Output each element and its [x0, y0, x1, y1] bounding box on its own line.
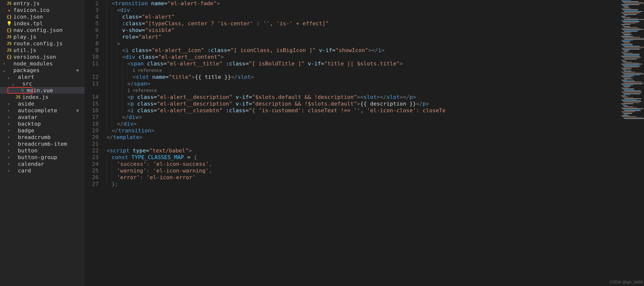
minimap-line [622, 61, 626, 62]
minimap-line [624, 67, 638, 67]
file-item[interactable]: ★favicon.ico [0, 7, 85, 13]
file-item[interactable]: Vmain.vue [0, 87, 85, 94]
chevron-right-icon[interactable]: › [6, 155, 11, 160]
file-item[interactable]: JSindex.js [0, 94, 85, 100]
chevron-right-icon[interactable]: › [6, 135, 11, 140]
tree-item-label: play.js [14, 34, 36, 40]
indent-guides [106, 161, 117, 167]
chevron-right-icon[interactable]: › [6, 168, 11, 173]
minimap-line [621, 80, 627, 80]
codelens-reference[interactable]: 1 reference [106, 87, 620, 94]
code-text: </div> [122, 114, 142, 120]
file-item[interactable]: {}icon.json [0, 13, 85, 20]
minimap-line [621, 0, 631, 1]
indent-guides [106, 174, 117, 181]
line-number: 19 [85, 127, 98, 134]
minimap-line [623, 101, 642, 102]
minimap-line [622, 92, 642, 93]
folder-item[interactable]: ›card [0, 167, 85, 174]
minimap-line [623, 34, 632, 35]
code-content[interactable]: <transition name="el-alert-fade"><divcla… [104, 0, 620, 286]
line-number: 16 [85, 107, 98, 114]
line-number: 18 [85, 120, 98, 127]
folder-item[interactable]: ›node_modules [0, 60, 85, 67]
folder-item[interactable]: ›breadcrumb [0, 134, 85, 141]
code-line: <span class="el-alert__title" :class="[ … [106, 60, 620, 67]
chevron-right-icon[interactable]: › [6, 128, 11, 133]
chevron-right-icon[interactable]: › [6, 162, 11, 166]
chevron-right-icon[interactable]: › [6, 121, 11, 126]
minimap-line [624, 47, 644, 48]
folder-item[interactable]: ›button [0, 147, 85, 154]
chevron-down-icon[interactable]: ⌄ [2, 68, 6, 73]
chevron-down-icon[interactable]: ⌄ [11, 81, 15, 86]
chevron-right-icon[interactable]: › [2, 61, 6, 66]
minimap-line [622, 89, 634, 89]
watermark: CSDN @jgh_0484 [610, 279, 642, 285]
code-editor[interactable]: 2345678910111213141516171819202122232425… [85, 0, 644, 286]
folder-item[interactable]: ›autocomplete [0, 107, 85, 114]
code-text: 'warning': 'el-icon-warning', [117, 167, 212, 174]
folder-item[interactable]: ›aside [0, 100, 85, 107]
minimap[interactable] [620, 0, 644, 286]
minimap-line [621, 36, 633, 37]
tree-item-label: icon.json [14, 14, 43, 20]
folder-item[interactable]: ›breadcrumb-item [0, 141, 85, 147]
chevron-right-icon[interactable]: › [6, 142, 11, 146]
file-item[interactable]: JSplay.js [0, 34, 85, 40]
code-text: <p class="el-alert__description" v-if="$… [127, 94, 416, 100]
chevron-down-icon[interactable]: ⌄ [6, 75, 11, 79]
minimap-line [622, 100, 641, 101]
file-item[interactable]: JSutil.js [0, 47, 85, 54]
js-icon: JS [6, 35, 12, 39]
line-number: 24 [85, 161, 98, 167]
chevron-right-icon[interactable]: › [6, 148, 11, 153]
minimap-line [624, 91, 641, 91]
minimap-line [624, 98, 641, 99]
chevron-right-icon[interactable]: › [6, 101, 11, 106]
minimap-line [623, 18, 638, 19]
line-number: 23 [85, 154, 98, 161]
minimap-line [624, 35, 630, 36]
line-number: 12 [85, 74, 98, 80]
folder-item[interactable]: ⌄src [0, 80, 85, 87]
codelens-reference[interactable]: 1 reference [106, 67, 620, 74]
tree-item-label: breadcrumb [18, 134, 50, 140]
code-line: > [106, 40, 620, 47]
code-line: <p class="el-alert__description" v-if="$… [106, 94, 620, 100]
bulb-icon: 💡 [6, 21, 12, 26]
folder-item[interactable]: ⌄alert [0, 74, 85, 80]
folder-item[interactable]: ⌄packages [0, 67, 85, 74]
code-text: const TYPE_CLASSES_MAP = { [112, 154, 197, 161]
file-explorer[interactable]: JSentry.js★favicon.ico{}icon.json💡index.… [0, 0, 85, 286]
file-item[interactable]: JSroute.config.js [0, 40, 85, 47]
minimap-line [621, 115, 629, 116]
tree-item-label: autocomplete [18, 107, 57, 114]
file-item[interactable]: {}versions.json [0, 54, 85, 60]
minimap-line [621, 103, 633, 104]
folder-item[interactable]: ›button-group [0, 154, 85, 161]
minimap-line [623, 6, 628, 7]
file-item[interactable]: 💡index.tpl [0, 20, 85, 27]
minimap-line [621, 40, 633, 41]
chevron-right-icon[interactable]: › [6, 115, 11, 119]
chevron-right-icon[interactable]: › [6, 108, 11, 113]
folder-item[interactable]: ›avatar [0, 114, 85, 120]
folder-item[interactable]: ›backtop [0, 120, 85, 127]
file-item[interactable]: {}nav.config.json [0, 27, 85, 34]
code-line: <p class="el-alert__description" v-if="d… [106, 100, 620, 107]
code-text: <div class="el-alert__content"> [122, 54, 224, 60]
folder-item[interactable]: ›calendar [0, 161, 85, 167]
minimap-line [623, 62, 632, 63]
indent-guides [106, 27, 122, 34]
file-item[interactable]: JSentry.js [0, 0, 85, 7]
minimap-line [622, 13, 639, 14]
minimap-line [624, 114, 627, 115]
minimap-line [621, 12, 640, 13]
line-number: 21 [85, 141, 98, 147]
folder-item[interactable]: ›badge [0, 127, 85, 134]
minimap-line [623, 30, 639, 31]
minimap-line [621, 32, 631, 33]
line-number: 27 [85, 181, 98, 187]
minimap-line [624, 79, 633, 79]
